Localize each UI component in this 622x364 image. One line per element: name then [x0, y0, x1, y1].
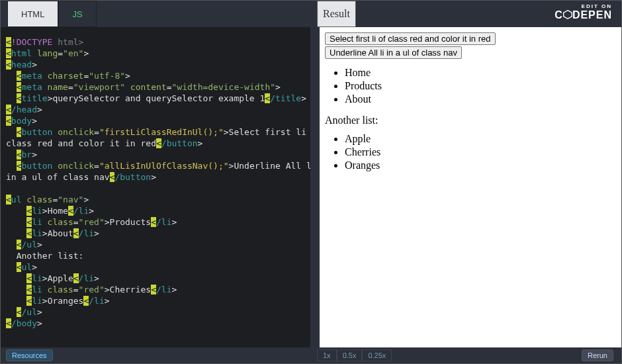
- speed-controls: 1x 0.5x 0.25x: [317, 349, 392, 361]
- tab-html[interactable]: HTML: [7, 1, 58, 27]
- brand-tagline: EDIT ON: [555, 3, 612, 9]
- brand-logo[interactable]: CDEPEN: [555, 9, 612, 21]
- editor-tabs: HTML JS: [7, 1, 97, 27]
- footer-bar: Resources 1x 0.5x 0.25x Rerun: [1, 347, 621, 363]
- speed-1x[interactable]: 1x: [317, 349, 337, 361]
- list-item: Home: [345, 67, 616, 79]
- result-pane: Select first li of class red and color i…: [320, 27, 621, 347]
- list-item: Products: [345, 80, 616, 92]
- svg-marker-0: [564, 11, 572, 19]
- result-button-2[interactable]: Underline All li in a ul of class nav: [325, 46, 462, 59]
- tab-result[interactable]: Result: [317, 1, 356, 27]
- result-tabs: Result: [317, 1, 356, 27]
- list-item: Cherries: [345, 146, 616, 158]
- code-editor[interactable]: <!DOCTYPE html> <html lang="en"> <head> …: [1, 27, 310, 347]
- result-list-nav: Home Products About: [345, 67, 616, 105]
- result-text: Another list:: [325, 114, 616, 126]
- speed-05x[interactable]: 0.5x: [337, 349, 363, 361]
- panes: <!DOCTYPE html> <html lang="en"> <head> …: [1, 27, 621, 347]
- resources-button[interactable]: Resources: [6, 349, 53, 361]
- list-item: Oranges: [345, 159, 616, 171]
- tab-js[interactable]: JS: [58, 1, 96, 27]
- speed-025x[interactable]: 0.25x: [362, 349, 392, 361]
- list-item: About: [345, 93, 616, 105]
- top-bar: HTML JS Result EDIT ON CDEPEN: [1, 1, 621, 27]
- rerun-button[interactable]: Rerun: [582, 349, 613, 361]
- list-item: Apple: [345, 133, 616, 145]
- result-list-2: Apple Cherries Oranges: [345, 133, 616, 171]
- brand: EDIT ON CDEPEN: [555, 3, 612, 21]
- result-button-1[interactable]: Select first li of class red and color i…: [325, 32, 496, 45]
- pane-divider[interactable]: [310, 27, 320, 347]
